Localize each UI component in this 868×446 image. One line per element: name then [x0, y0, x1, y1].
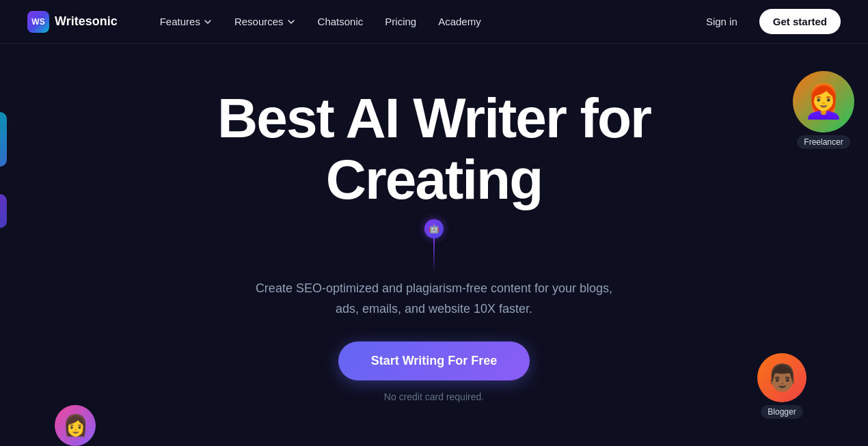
nav-resources[interactable]: Resources — [225, 10, 306, 33]
avatar-blogger-image: 👨🏾 — [757, 353, 806, 402]
avatar-freelancer-label: Freelancer — [797, 135, 850, 149]
hero-title: Best AI Writer for Creating — [126, 87, 742, 210]
sign-in-button[interactable]: Sign in — [695, 10, 748, 33]
chevron-down-icon — [286, 17, 296, 27]
cursor-pin: 🤖 — [427, 219, 441, 273]
navbar: WS Writesonic Features Resources Chatson… — [0, 0, 868, 44]
nav-pricing[interactable]: Pricing — [375, 10, 426, 33]
brand-name: Writesonic — [55, 14, 118, 29]
nav-items: Features Resources Chatsonic Pricing Aca… — [150, 10, 695, 33]
avatar-blogger: 👨🏾 Blogger — [757, 353, 806, 419]
hero-section: Best AI Writer for Creating 🤖 Create SEO… — [0, 44, 868, 446]
cursor-line — [433, 238, 435, 273]
no-credit-text: No credit card required. — [384, 391, 484, 402]
get-started-button[interactable]: Get started — [759, 9, 841, 34]
cta-button[interactable]: Start Writing For Free — [338, 342, 530, 380]
nav-features[interactable]: Features — [150, 10, 222, 33]
avatar-freelancer: 👩‍🦰 Freelancer — [793, 71, 854, 149]
logo-link[interactable]: WS Writesonic — [27, 11, 118, 33]
avatar-bottom-left: 👩 — [55, 405, 96, 446]
left-shape-1 — [0, 112, 7, 167]
nav-academy[interactable]: Academy — [429, 10, 491, 33]
logo-icon: WS — [27, 11, 49, 33]
nav-right: Sign in Get started — [695, 9, 841, 34]
cursor-bubble: 🤖 — [424, 219, 444, 238]
avatar-blogger-label: Blogger — [761, 405, 802, 419]
nav-chatsonic[interactable]: Chatsonic — [308, 10, 373, 33]
chevron-down-icon — [203, 17, 213, 27]
avatar-freelancer-image: 👩‍🦰 — [793, 71, 854, 133]
hero-subtitle: Create SEO-optimized and plagiarism-free… — [249, 278, 619, 320]
left-shape-2 — [0, 194, 7, 228]
avatar-bottom-image: 👩 — [55, 405, 96, 446]
